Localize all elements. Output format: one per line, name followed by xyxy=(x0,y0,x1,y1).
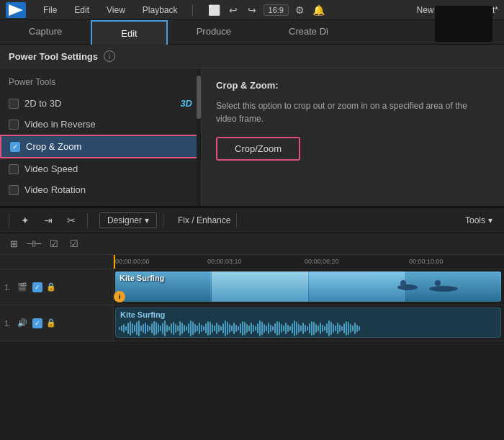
video-track-check[interactable]: ✓ xyxy=(32,282,42,292)
wave-bar xyxy=(168,326,170,331)
tab-produce[interactable]: Produce xyxy=(168,20,260,44)
wave-bar xyxy=(119,327,120,330)
audio-track-check[interactable]: ✓ xyxy=(32,318,42,328)
settings-icon[interactable]: ⚙ xyxy=(293,3,307,17)
tool-name-video-reverse: Video in Reverse xyxy=(24,119,192,130)
wave-bar xyxy=(123,324,125,333)
wave-bar xyxy=(166,325,168,332)
crop-zoom-button[interactable]: Crop/Zoom xyxy=(216,137,300,161)
tool-item-2d-to-3d[interactable]: 2D to 3D 3D xyxy=(0,93,201,114)
video-clip-label: Kite Surfing xyxy=(120,274,164,282)
tool-item-video-speed[interactable]: Video Speed xyxy=(0,158,201,179)
wave-bar xyxy=(173,322,174,335)
tool-item-video-rotation[interactable]: Video Rotation xyxy=(0,179,201,200)
timeline-area: ⊞ ⊣⊢ ☑ ☑ 00;00;00;00 00;00;03;10 00;00;0… xyxy=(0,233,504,440)
scroll-indicator[interactable] xyxy=(197,68,201,206)
wave-bar xyxy=(181,323,183,334)
wave-bar xyxy=(292,323,293,333)
video-track-content: Kite Surfing xyxy=(114,269,504,305)
tool-list: Power Tools 2D to 3D 3D Video in Reverse… xyxy=(0,68,202,206)
ruler-pad xyxy=(0,255,114,269)
menu-view[interactable]: View xyxy=(104,4,128,17)
tl-divider-mid xyxy=(87,213,88,228)
wave-bar xyxy=(279,322,280,335)
save-icon[interactable]: ⬜ xyxy=(207,3,222,17)
wave-bar xyxy=(238,326,239,331)
wave-bar xyxy=(253,325,254,332)
wave-bar xyxy=(274,323,276,333)
tool-checkbox-2d-to-3d[interactable] xyxy=(9,99,19,109)
tool-checkbox-video-reverse[interactable] xyxy=(9,120,19,130)
menu-edit[interactable]: Edit xyxy=(71,4,92,17)
wave-bar xyxy=(214,325,215,331)
wave-bar xyxy=(203,326,204,331)
wave-bar xyxy=(207,321,209,336)
tool-item-video-reverse[interactable]: Video in Reverse xyxy=(0,114,201,135)
timeline-ctrl-check[interactable]: ☑ xyxy=(46,236,62,252)
wave-bar xyxy=(259,320,261,336)
wave-bar xyxy=(134,325,135,332)
tab-create-disc[interactable]: Create Di xyxy=(260,20,357,44)
desc-text: Select this option to crop out or zoom i… xyxy=(216,99,490,125)
wave-bar xyxy=(212,324,213,333)
tl-cut-icon[interactable]: ✂ xyxy=(61,210,81,230)
video-track-lock[interactable]: 🔒 xyxy=(46,282,56,292)
designer-dropdown[interactable]: Designer ▾ xyxy=(99,212,157,228)
wave-bar xyxy=(251,323,252,334)
playhead[interactable] xyxy=(114,255,115,269)
tab-edit[interactable]: Edit xyxy=(91,20,167,45)
tab-capture[interactable]: Capture xyxy=(0,20,91,44)
video-clip[interactable]: Kite Surfing xyxy=(115,271,501,302)
tool-item-crop-zoom[interactable]: Crop & Zoom xyxy=(0,135,201,158)
audio-track-lock[interactable]: 🔒 xyxy=(46,318,56,328)
wave-bar xyxy=(160,325,161,331)
audio-track-icon: 🔊 xyxy=(16,317,29,330)
wave-bar xyxy=(153,321,155,336)
tl-trim-icon[interactable]: ⇥ xyxy=(38,210,58,230)
timeline-ctrl-check2[interactable]: ☑ xyxy=(66,236,82,252)
audio-track-controls: 1. 🔊 ✓ 🔒 xyxy=(0,305,114,341)
wave-bar xyxy=(231,325,233,331)
timeline-ctrl-grid[interactable]: ⊞ xyxy=(6,236,22,252)
wave-bar xyxy=(227,322,228,335)
wave-bar xyxy=(311,321,312,336)
wave-bar xyxy=(330,322,332,335)
wave-bar xyxy=(248,325,250,331)
wave-bar xyxy=(289,326,291,331)
tool-checkbox-video-speed[interactable] xyxy=(9,164,19,174)
menu-bar: File Edit View Playback ⬜ ↩ ↪ 16:9 ⚙ 🔔 N… xyxy=(0,0,504,20)
menu-file[interactable]: File xyxy=(40,4,60,17)
ruler-time-1: 00;00;03;10 xyxy=(207,258,242,265)
tools-dropdown[interactable]: Tools ▾ xyxy=(465,215,498,225)
wave-bar xyxy=(233,323,235,334)
power-tool-panel: Power Tool Settings i Power Tools 2D to … xyxy=(0,45,504,207)
wave-bar xyxy=(315,324,317,333)
wave-bar xyxy=(341,326,343,331)
wave-bar xyxy=(192,322,194,335)
wave-bar xyxy=(194,324,196,333)
tool-checkbox-video-rotation[interactable] xyxy=(9,185,19,195)
tl-divider-left xyxy=(9,213,9,228)
wave-bar xyxy=(298,324,300,333)
tool-name-video-speed: Video Speed xyxy=(24,163,192,174)
wave-bar xyxy=(132,323,133,333)
audio-track-row: 1. 🔊 ✓ 🔒 Kite Surfing xyxy=(0,305,504,341)
notifications-icon[interactable]: 🔔 xyxy=(312,3,326,17)
scroll-thumb xyxy=(197,76,201,119)
menu-playback[interactable]: Playback xyxy=(140,4,181,17)
redo-icon[interactable]: ↪ xyxy=(245,3,259,17)
undo-icon[interactable]: ↩ xyxy=(226,3,240,17)
nav-tabs: Capture Edit Produce Create Di xyxy=(0,20,504,45)
panel-header: Power Tool Settings i xyxy=(0,45,504,68)
info-icon[interactable]: i xyxy=(104,50,115,62)
timeline-ctrl-snap[interactable]: ⊣⊢ xyxy=(26,236,42,252)
ratio-badge[interactable]: 16:9 xyxy=(264,4,289,16)
top-controls: ⊞ ⊣⊢ ☑ ☑ xyxy=(0,233,504,255)
audio-clip[interactable]: Kite Surfing xyxy=(115,307,501,338)
wave-bar xyxy=(177,325,179,331)
wave-bar xyxy=(281,324,282,333)
tool-checkbox-crop-zoom[interactable] xyxy=(10,142,20,152)
wave-bar xyxy=(164,320,166,336)
tl-magic-icon[interactable]: ✦ xyxy=(15,210,35,230)
fix-enhance-label[interactable]: Fix / Enhance xyxy=(178,215,230,225)
